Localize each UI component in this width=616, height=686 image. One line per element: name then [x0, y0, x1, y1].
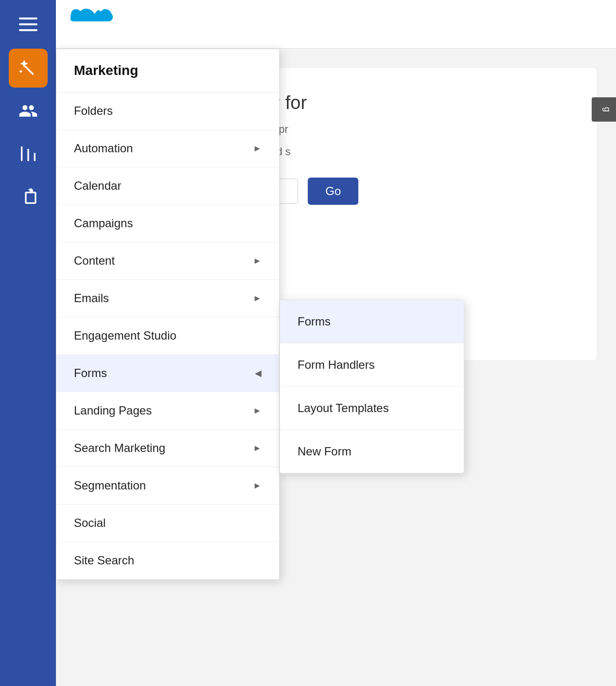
marketing-nav-button[interactable]: [9, 49, 48, 88]
chevron-right-icon: ►: [253, 144, 262, 154]
menu-item-landing-pages[interactable]: Landing Pages ►: [56, 392, 279, 430]
hamburger-menu[interactable]: [0, 0, 56, 49]
menu-item-folders[interactable]: Folders: [56, 92, 279, 130]
tools-nav-button[interactable]: [9, 177, 48, 216]
menu-item-content-label: Content: [74, 254, 115, 268]
submenu-item-form-handlers-label: Form Handlers: [298, 358, 375, 371]
menu-item-social-label: Social: [74, 516, 106, 530]
menu-item-emails[interactable]: Emails ►: [56, 280, 279, 317]
menu-item-calendar[interactable]: Calendar: [56, 167, 279, 205]
submenu-item-new-form-label: New Form: [298, 445, 352, 458]
submenu-item-form-handlers[interactable]: Form Handlers: [280, 343, 464, 387]
magic-wand-icon: [18, 58, 38, 78]
menu-item-segmentation[interactable]: Segmentation ►: [56, 467, 279, 505]
users-icon: [18, 101, 38, 121]
menu-item-forms[interactable]: Forms ◀: [56, 355, 279, 392]
prospects-nav-button[interactable]: [9, 91, 48, 130]
menu-item-emails-label: Emails: [74, 291, 109, 305]
svg-text:salesforce: salesforce: [79, 23, 117, 32]
menu-item-landing-pages-label: Landing Pages: [74, 404, 152, 417]
reports-nav-button[interactable]: [9, 134, 48, 173]
menu-item-social[interactable]: Social: [56, 505, 279, 542]
menu-item-campaigns[interactable]: Campaigns: [56, 205, 279, 242]
menu-item-automation[interactable]: Automation ►: [56, 130, 279, 167]
chevron-right-icon-content: ►: [253, 256, 262, 266]
chevron-right-icon-emails: ►: [253, 293, 262, 304]
submenu-item-new-form[interactable]: New Form: [280, 430, 464, 473]
menu-item-folders-label: Folders: [74, 104, 113, 118]
go-button[interactable]: Go: [308, 178, 358, 205]
menu-item-site-search-label: Site Search: [74, 554, 134, 567]
chevron-right-icon-search: ►: [253, 443, 262, 453]
chart-icon: [18, 144, 38, 163]
menu-item-engagement-studio-label: Engagement Studio: [74, 329, 176, 343]
menu-header: Marketing: [56, 49, 279, 92]
submenu-item-layout-templates[interactable]: Layout Templates: [280, 387, 464, 430]
menu-item-search-marketing-label: Search Marketing: [74, 441, 165, 455]
menu-item-search-marketing[interactable]: Search Marketing ►: [56, 430, 279, 467]
menu-item-calendar-label: Calendar: [74, 179, 121, 193]
menu-item-forms-label: Forms: [74, 366, 107, 380]
menu-item-content[interactable]: Content ►: [56, 242, 279, 280]
chevron-left-icon-forms: ◀: [255, 368, 262, 379]
submenu-item-layout-templates-label: Layout Templates: [298, 401, 389, 415]
forms-submenu: Forms Form Handlers Layout Templates New…: [280, 300, 464, 473]
menu-item-site-search[interactable]: Site Search: [56, 542, 279, 579]
submenu-item-forms[interactable]: Forms: [280, 300, 464, 343]
menu-item-campaigns-label: Campaigns: [74, 217, 133, 230]
menu-item-engagement-studio[interactable]: Engagement Studio: [56, 317, 279, 355]
menu-item-segmentation-label: Segmentation: [74, 479, 146, 492]
marketing-dropdown-menu: Marketing Folders Automation ► Calendar …: [56, 49, 280, 580]
chevron-right-icon-segmentation: ►: [253, 481, 262, 491]
hamburger-icon: [19, 18, 37, 31]
briefcase-icon: [18, 187, 38, 206]
submenu-item-forms-label: Forms: [298, 315, 331, 328]
chevron-right-icon-landing: ►: [253, 406, 262, 416]
sidebar: [0, 0, 56, 686]
menu-item-automation-label: Automation: [74, 142, 133, 155]
salesforce-logo: salesforce: [70, 5, 129, 44]
salesforce-cloud-icon: salesforce: [70, 5, 129, 44]
topbar: salesforce: [56, 0, 616, 49]
right-panel-hint: g: [592, 97, 616, 122]
